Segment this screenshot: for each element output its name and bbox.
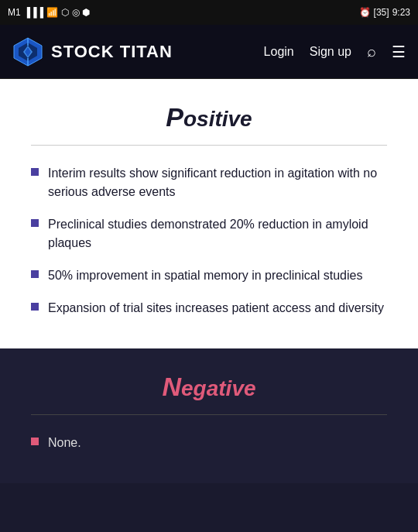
app-icons: ⬡ ◎ ⬢	[61, 7, 90, 18]
search-icon[interactable]: ⌕	[367, 43, 376, 60]
negative-title: Negative	[31, 372, 387, 402]
bullet-icon	[31, 303, 39, 311]
negative-divider	[31, 414, 387, 415]
brand-title: STOCK TITAN	[51, 42, 173, 62]
list-item: 50% improvement in spatial memory in pre…	[31, 266, 387, 285]
positive-list: Interim results show significant reducti…	[31, 164, 387, 317]
navbar-brand: STOCK TITAN	[12, 36, 173, 67]
status-left: M1 ▐▐▐ 📶 ⬡ ◎ ⬢	[8, 7, 90, 18]
negative-item-1: None.	[48, 434, 81, 452]
positive-title: Positive	[31, 102, 387, 132]
bullet-icon	[31, 270, 39, 278]
list-item: Preclinical studies demonstrated 20% red…	[31, 215, 387, 252]
battery-label: [35]	[374, 7, 389, 18]
alarm-icon: ⏰	[359, 7, 371, 18]
navbar-links: Login Sign up ⌕ ☰	[264, 43, 406, 61]
bullet-icon	[31, 168, 39, 176]
negative-list: None.	[31, 434, 387, 452]
signal-icon: ▐▐▐	[24, 7, 44, 18]
positive-item-3: 50% improvement in spatial memory in pre…	[48, 266, 362, 285]
bullet-icon	[31, 219, 39, 227]
positive-item-2: Preclinical studies demonstrated 20% red…	[48, 215, 387, 252]
negative-section: Negative None.	[0, 348, 418, 483]
list-item: Expansion of trial sites increases patie…	[31, 299, 387, 317]
time-label: 9:23	[392, 7, 410, 18]
positive-item-4: Expansion of trial sites increases patie…	[48, 299, 384, 317]
navbar: STOCK TITAN Login Sign up ⌕ ☰	[0, 25, 418, 79]
signup-link[interactable]: Sign up	[310, 45, 351, 59]
status-bar: M1 ▐▐▐ 📶 ⬡ ◎ ⬢ ⏰ [35] 9:23	[0, 0, 418, 25]
positive-divider	[31, 145, 387, 146]
status-right: ⏰ [35] 9:23	[359, 7, 410, 18]
carrier-label: M1	[8, 7, 21, 18]
list-item: None.	[31, 434, 387, 452]
login-link[interactable]: Login	[264, 45, 294, 59]
list-item: Interim results show significant reducti…	[31, 164, 387, 201]
menu-icon[interactable]: ☰	[392, 43, 406, 61]
main-content: Positive Interim results show significan…	[0, 79, 418, 532]
positive-section: Positive Interim results show significan…	[0, 79, 418, 348]
positive-item-1: Interim results show significant reducti…	[48, 164, 387, 201]
logo-icon	[12, 36, 43, 67]
bullet-icon	[31, 438, 39, 445]
wifi-icon: 📶	[46, 7, 58, 18]
